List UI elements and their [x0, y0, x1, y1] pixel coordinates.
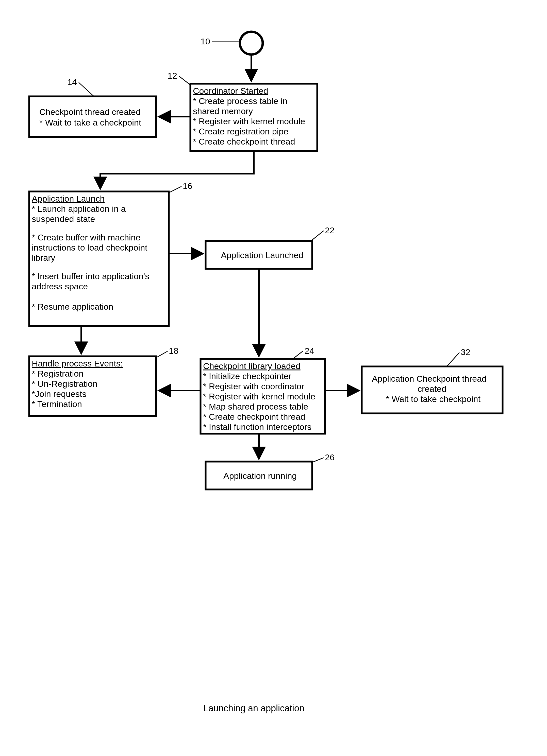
box-12-line3: * Create registration pipe	[193, 127, 289, 136]
ref-16: 16	[183, 181, 192, 191]
leader-16	[169, 186, 181, 193]
ref-18: 18	[169, 346, 178, 356]
box-24-line3: * Map shared process table	[203, 402, 308, 411]
ref-12: 12	[167, 71, 177, 80]
ref-24: 24	[305, 346, 314, 356]
leader-12	[179, 76, 190, 85]
ref-22: 22	[325, 225, 335, 235]
box-24-title: Checkpoint library loaded	[203, 361, 301, 371]
box-12-line0: * Create process table in	[193, 96, 287, 106]
box-22-line0: Application Launched	[221, 250, 303, 260]
box-12-title: Coordinator Started	[193, 86, 268, 96]
box-18-line0: * Registration	[32, 369, 83, 378]
box-24-line1: * Register with coordinator	[203, 381, 304, 391]
box-16-line3: * Create buffer with machine	[32, 233, 140, 242]
leader-22	[311, 231, 324, 241]
box-18-line1: * Un-Registration	[32, 379, 97, 389]
box-26-line0: Application running	[223, 471, 297, 481]
box-32-line0: Application Checkpoint thread	[372, 374, 487, 383]
leader-18	[155, 351, 167, 358]
box-18-line3: * Termination	[32, 399, 82, 409]
box-16-line8: address space	[32, 282, 88, 291]
box-16-line10: * Resume application	[32, 302, 113, 311]
leader-32	[447, 353, 459, 366]
box-16-line1: suspended state	[32, 214, 95, 224]
box-16-title: Application Launch	[32, 194, 105, 203]
box-16-line4: instructions to load checkpoint	[32, 243, 147, 252]
box-14-line0: Checkpoint thread created	[39, 107, 141, 117]
box-24-line0: * Initialize checkpointer	[203, 371, 292, 381]
box-16-line7: * Insert buffer into application's	[32, 271, 149, 281]
box-checkpoint-thread-created	[29, 96, 156, 137]
box-32-line2: * Wait to take checkpoint	[386, 394, 481, 404]
caption: Launching an application	[203, 703, 304, 713]
box-12-line2: * Register with kernel module	[193, 116, 305, 126]
box-18-line2: *Join requests	[32, 389, 86, 399]
leader-26	[311, 458, 324, 463]
start-node	[240, 32, 263, 55]
leader-14	[79, 82, 94, 96]
box-12-line1: shared memory	[193, 106, 253, 116]
box-24-line5: * Install function interceptors	[203, 422, 312, 432]
box-18-title: Handle process Events:	[32, 359, 123, 368]
box-16-line5: library	[32, 253, 55, 262]
box-24-line4: * Create checkpoint thread	[203, 412, 306, 421]
box-14-line1: * Wait to take a checkpoint	[39, 118, 141, 127]
ref-14: 14	[67, 77, 77, 87]
box-16-line0: * Launch application in a	[32, 204, 126, 214]
ref-26: 26	[325, 452, 335, 462]
box-32-line1: created	[418, 384, 446, 394]
ref-10: 10	[200, 37, 210, 46]
arrow-12-to-16	[100, 151, 254, 189]
ref-32: 32	[461, 347, 470, 357]
box-12-line4: * Create checkpoint thread	[193, 137, 295, 146]
box-24-line2: * Register with kernel module	[203, 392, 315, 401]
